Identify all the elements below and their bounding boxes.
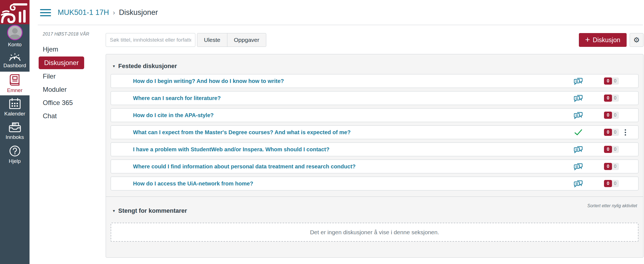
filter-oppgaver-button[interactable]: Oppgaver bbox=[227, 33, 266, 47]
discussion-title-link[interactable]: Where can I search for literature? bbox=[133, 95, 574, 101]
discussion-icon bbox=[574, 146, 583, 153]
discussion-title-link[interactable]: How do I begin writing? And how do I kno… bbox=[133, 78, 574, 84]
collapse-triangle-icon[interactable]: ▾ bbox=[113, 208, 115, 213]
discussions-panel: ▾ Festede diskusjoner How do I begin wri… bbox=[106, 54, 643, 258]
sidebar-item-label: Emner bbox=[7, 87, 23, 93]
empty-discussions-message: Det er ingen diskusjoner å vise i denne … bbox=[310, 229, 439, 236]
sort-order-note: Sortert etter nylig aktivitet bbox=[587, 203, 637, 208]
discussion-title-link[interactable]: How do I access the UiA-network from hom… bbox=[133, 181, 574, 187]
unread-count-badge: 0 bbox=[604, 146, 612, 153]
pinned-section-header: ▾ Festede diskusjoner bbox=[106, 54, 643, 70]
breadcrumb: MUK501-1 17H › Diskusjoner bbox=[58, 8, 158, 17]
discussion-row: How do I cite in the APA-style? 0 0 bbox=[111, 108, 638, 122]
kebab-menu-icon[interactable] bbox=[621, 129, 630, 136]
sidebar-item-label: Kalender bbox=[4, 111, 25, 117]
course-nav-hjem[interactable]: Hjem bbox=[43, 43, 106, 56]
course-nav-diskusjoner[interactable]: Diskusjoner bbox=[39, 56, 84, 69]
unread-count-badge: 0 bbox=[604, 95, 612, 102]
sidebar-item-hjelp[interactable]: Hjelp bbox=[0, 143, 30, 166]
hamburger-icon[interactable] bbox=[40, 9, 51, 16]
sidebar-item-emner[interactable]: Emner bbox=[0, 72, 30, 95]
help-icon bbox=[9, 145, 21, 157]
discussion-icon bbox=[574, 180, 583, 187]
breadcrumb-current-page: Diskusjoner bbox=[119, 8, 158, 17]
sidebar-item-label: Konto bbox=[8, 42, 22, 48]
unread-count-badge: 0 bbox=[604, 77, 612, 85]
breadcrumb-separator: › bbox=[113, 9, 115, 17]
unread-count-badge: 0 bbox=[604, 163, 612, 170]
filter-uleste-button[interactable]: Uleste bbox=[197, 33, 227, 47]
sidebar-item-label: Hjelp bbox=[9, 158, 21, 164]
pinned-section-title: Festede diskusjoner bbox=[118, 63, 177, 70]
unread-total-badges: 0 0 bbox=[604, 112, 619, 119]
discussion-title-link[interactable]: How do I cite in the APA-style? bbox=[133, 112, 574, 118]
check-icon bbox=[574, 129, 583, 136]
search-input[interactable] bbox=[106, 33, 195, 47]
course-nav-office365[interactable]: Office 365 bbox=[43, 96, 106, 109]
plus-icon: + bbox=[585, 36, 590, 44]
sidebar-item-label: Innboks bbox=[6, 134, 24, 140]
courses-book-icon bbox=[9, 74, 21, 86]
unread-count-badge: 0 bbox=[604, 112, 612, 119]
discussion-row: Where can I search for literature? 0 0 bbox=[111, 91, 638, 105]
discussion-icon bbox=[574, 163, 583, 170]
discussion-row: Where could I find information about per… bbox=[111, 160, 638, 173]
calendar-icon bbox=[9, 98, 21, 109]
discussions-toolbar: Uleste Oppgaver + Diskusjon ⚙ bbox=[106, 33, 643, 47]
discussion-icon bbox=[574, 111, 583, 119]
discussion-row: How do I begin writing? And how do I kno… bbox=[111, 74, 638, 88]
course-nav-chat[interactable]: Chat bbox=[43, 109, 106, 123]
discussion-title-link[interactable]: I have a problem with StudentWeb and/or … bbox=[133, 146, 574, 153]
page: MUK501-1 17H › Diskusjoner 2017 HØST-201… bbox=[30, 0, 644, 264]
course-term-label: 2017 HØST-2018 VÅR bbox=[43, 32, 106, 37]
discussion-title-link[interactable]: What can I expect from the Master's Degr… bbox=[133, 129, 574, 136]
unread-total-badges: 0 0 bbox=[604, 180, 619, 187]
unread-count-badge: 0 bbox=[604, 180, 612, 187]
page-header: MUK501-1 17H › Diskusjoner bbox=[30, 0, 644, 25]
unread-total-badges: 0 0 bbox=[604, 77, 619, 85]
unread-count-badge: 0 bbox=[604, 129, 612, 136]
dashboard-icon bbox=[8, 51, 22, 61]
sidebar-item-innboks[interactable]: Innboks bbox=[0, 119, 30, 143]
course-nav-moduler[interactable]: Moduler bbox=[43, 83, 106, 96]
discussion-icon bbox=[574, 94, 583, 102]
unread-total-badges: 0 0 bbox=[604, 95, 619, 102]
settings-button[interactable]: ⚙ bbox=[630, 33, 643, 47]
empty-discussions-box: Det er ingen diskusjoner å vise i denne … bbox=[111, 223, 638, 242]
discussion-row: What can I expect from the Master's Degr… bbox=[111, 125, 638, 139]
discussion-title-link[interactable]: Where could I find information about per… bbox=[133, 163, 574, 170]
course-navigation: 2017 HØST-2018 VÅR Hjem Diskusjoner File… bbox=[30, 25, 106, 123]
main-content: Uleste Oppgaver + Diskusjon ⚙ ▾ Fested bbox=[106, 25, 643, 258]
closed-section-title: Stengt for kommentarer bbox=[118, 207, 187, 214]
sidebar-item-dashbord[interactable]: Dashbord bbox=[0, 48, 30, 72]
inbox-icon bbox=[9, 122, 21, 133]
pinned-discussions-list: How do I begin writing? And how do I kno… bbox=[111, 74, 638, 190]
uia-logo[interactable] bbox=[0, 0, 30, 24]
sidebar-item-konto[interactable]: Konto bbox=[0, 24, 30, 48]
discussion-icon bbox=[574, 77, 583, 85]
discussion-row: How do I access the UiA-network from hom… bbox=[111, 177, 638, 190]
sidebar-item-kalender[interactable]: Kalender bbox=[0, 95, 30, 119]
unread-total-badges: 0 0 bbox=[604, 146, 619, 153]
filter-button-group: Uleste Oppgaver bbox=[197, 33, 266, 47]
course-nav-filer[interactable]: Filer bbox=[43, 70, 106, 83]
collapse-triangle-icon[interactable]: ▾ bbox=[113, 64, 115, 69]
sidebar-item-label: Dashbord bbox=[3, 63, 26, 69]
global-navigation: Konto Dashbord Emner bbox=[0, 0, 30, 264]
breadcrumb-course-link[interactable]: MUK501-1 17H bbox=[58, 8, 109, 17]
header-divider bbox=[38, 25, 643, 25]
avatar-icon bbox=[7, 25, 23, 40]
gear-icon: ⚙ bbox=[633, 36, 640, 44]
add-discussion-button[interactable]: + Diskusjon bbox=[579, 33, 627, 47]
discussion-row: I have a problem with StudentWeb and/or … bbox=[111, 142, 638, 156]
add-discussion-label: Diskusjon bbox=[593, 36, 620, 44]
unread-total-badges: 0 0 bbox=[604, 163, 619, 170]
closed-section-header-row: ▾ Stengt for kommentarer Sortert etter n… bbox=[106, 197, 643, 214]
unread-total-badges: 0 0 bbox=[604, 129, 619, 136]
